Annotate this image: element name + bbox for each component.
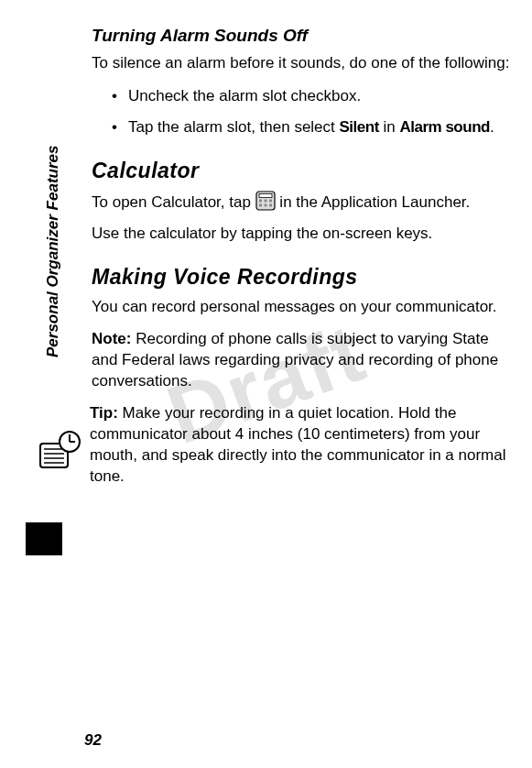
- page-number: 92: [84, 731, 102, 750]
- bold-term-silent: Silent: [340, 118, 379, 136]
- voice-tip: Tip: Make your recording in a quiet loca…: [92, 403, 514, 488]
- note-label: Note:: [92, 330, 131, 347]
- heading-turning-alarm-off: Turning Alarm Sounds Off: [92, 26, 514, 46]
- calculator-app-icon: [255, 191, 276, 211]
- svg-rect-3: [264, 199, 266, 202]
- alarm-intro: To silence an alarm before it sounds, do…: [92, 53, 514, 74]
- svg-rect-2: [259, 199, 262, 202]
- tip-label: Tip:: [90, 404, 118, 422]
- voice-recorder-icon: [35, 425, 84, 475]
- alarm-steps-list: • Uncheck the alarm slot checkbox. • Tap…: [112, 85, 514, 138]
- text-fragment: .: [490, 118, 494, 136]
- thumb-tab-marker: [26, 522, 62, 555]
- text-fragment: in the Application Launcher.: [279, 193, 470, 211]
- bullet-icon: •: [112, 85, 117, 107]
- text-fragment: Tap the alarm slot, then select: [128, 118, 340, 136]
- list-item: • Uncheck the alarm slot checkbox.: [112, 85, 514, 107]
- svg-rect-5: [259, 203, 262, 206]
- note-body: Recording of phone calls is subject to v…: [92, 330, 498, 389]
- bold-term-alarm-sound: Alarm sound: [400, 118, 490, 136]
- list-item-text: Uncheck the alarm slot checkbox.: [128, 85, 361, 107]
- text-fragment: in: [379, 118, 400, 136]
- heading-voice-recordings: Making Voice Recordings: [92, 265, 514, 290]
- sidebar-section-label: Personal Organizer Features: [44, 146, 62, 357]
- list-item: • Tap the alarm slot, then select Silent…: [112, 116, 514, 138]
- voice-p1: You can record personal messages on your…: [92, 297, 514, 318]
- bullet-icon: •: [112, 116, 117, 138]
- heading-calculator: Calculator: [92, 159, 514, 183]
- list-item-text: Tap the alarm slot, then select Silent i…: [128, 116, 494, 138]
- svg-rect-6: [264, 203, 266, 206]
- text-fragment: To open Calculator, tap: [92, 193, 255, 211]
- svg-rect-1: [259, 193, 272, 197]
- calculator-use-line: Use the calculator by tapping the on-scr…: [92, 224, 514, 245]
- tip-body: Make your recording in a quiet location.…: [90, 404, 506, 485]
- tip-text: Tip: Make your recording in a quiet loca…: [90, 403, 514, 488]
- voice-note: Note: Recording of phone calls is subjec…: [92, 329, 514, 392]
- svg-rect-7: [269, 203, 272, 206]
- calculator-open-line: To open Calculator, tap in the Applicati…: [92, 191, 514, 214]
- svg-rect-4: [269, 199, 272, 202]
